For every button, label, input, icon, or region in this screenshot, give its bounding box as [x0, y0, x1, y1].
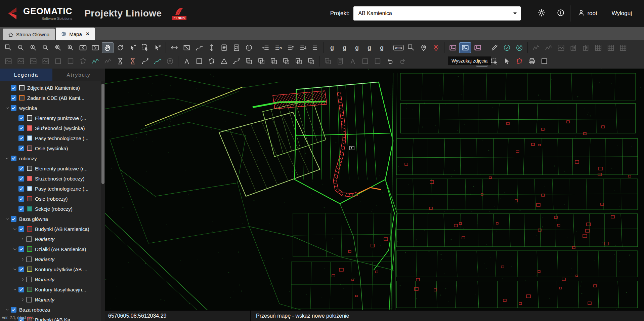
layer-checkbox[interactable] [26, 236, 32, 242]
photo-zoom-icon[interactable] [405, 42, 417, 53]
photo-point-icon[interactable] [40, 56, 51, 67]
chevron-down-icon[interactable] [11, 267, 18, 272]
cancel-icon[interactable] [513, 42, 525, 53]
legend-layer-row[interactable]: Zadania CDE (AB Kami... [0, 93, 105, 103]
chevron-down-icon[interactable] [11, 287, 18, 292]
chevron-down-icon[interactable] [3, 217, 11, 221]
pan-icon[interactable] [102, 42, 114, 53]
objects-list-icon[interactable] [309, 42, 321, 53]
zoom-extent-icon[interactable] [40, 42, 51, 53]
photo-add-icon[interactable] [447, 42, 459, 53]
raster-preview-icon[interactable] [555, 42, 567, 53]
map-report-icon[interactable] [230, 42, 242, 53]
layer-checkbox[interactable] [18, 226, 24, 232]
layer-checkbox[interactable] [11, 95, 16, 101]
layer-checkbox[interactable] [11, 307, 16, 313]
layer-checkbox[interactable] [18, 115, 24, 121]
layer-checkbox[interactable] [26, 297, 32, 303]
chevron-right-icon[interactable] [19, 257, 26, 262]
layer-checkbox[interactable] [18, 146, 24, 151]
polygon-intersect-icon[interactable] [255, 56, 267, 67]
cross-section-icon[interactable] [530, 42, 542, 53]
chevron-right-icon[interactable] [19, 297, 26, 302]
report-icon[interactable] [218, 42, 230, 53]
settings-button[interactable] [532, 9, 551, 18]
select-point-icon[interactable] [127, 42, 138, 53]
add-text-icon[interactable] [347, 56, 358, 67]
geoportal-2-icon[interactable]: g [339, 42, 350, 53]
photo-polygon-icon[interactable] [2, 56, 14, 67]
deselect-icon[interactable] [152, 42, 163, 53]
combine-objects-icon[interactable] [322, 56, 334, 67]
user-menu[interactable]: root [570, 9, 604, 18]
chevron-down-icon[interactable] [3, 106, 11, 110]
redo-icon[interactable] [396, 56, 408, 67]
close-icon[interactable]: × [86, 31, 89, 37]
legend-layer-row[interactable]: Pasy technologiczne (... [0, 184, 105, 194]
chevron-down-icon[interactable] [11, 227, 18, 231]
vertex-delete-icon[interactable] [164, 56, 176, 67]
legend-layer-row[interactable]: Służebności (roboczy) [0, 173, 105, 184]
map-canvas[interactable] [105, 69, 644, 321]
legend-layer-row[interactable]: Zdjęcia (AB Kamienica) [0, 83, 105, 93]
sections-list-icon[interactable] [260, 42, 271, 53]
legend-layer-row[interactable]: Budynki (AB Kamienica) [0, 224, 105, 234]
chevron-down-icon[interactable] [3, 156, 11, 161]
edit-pencil-icon[interactable] [488, 42, 500, 53]
legend-layer-row[interactable]: Pasy technologiczne (... [0, 133, 105, 143]
legend-variant-row[interactable]: Warianty [0, 294, 105, 305]
legend-variant-row[interactable]: Warianty [0, 274, 105, 284]
refresh-icon[interactable] [114, 42, 126, 53]
chevron-down-icon[interactable] [3, 308, 11, 312]
photo-delete-icon[interactable] [472, 42, 483, 53]
legend-layer-row[interactable]: Działki (AB Kamienica) [0, 244, 105, 254]
marker-red-icon[interactable] [430, 42, 442, 53]
legend-group-row[interactable]: wycinka [0, 103, 105, 113]
photo-rectangle-icon[interactable] [15, 56, 27, 67]
overlay-a-icon[interactable] [359, 56, 371, 67]
table-view-icon[interactable] [605, 42, 616, 53]
layer-checkbox[interactable] [11, 156, 16, 161]
map-background-icon[interactable] [538, 56, 550, 67]
tab-strona-glowna[interactable]: Strona Główna [3, 29, 55, 40]
layer-checkbox[interactable] [18, 135, 24, 141]
vertex-edit-icon[interactable] [139, 56, 151, 67]
triangulate-icon[interactable] [218, 56, 230, 67]
logout-button[interactable]: Wyloguj [605, 10, 639, 17]
accept-icon[interactable] [501, 42, 513, 53]
zoom-selection-icon[interactable] [65, 42, 76, 53]
polygon-union-icon[interactable] [243, 56, 255, 67]
layer-checkbox[interactable] [18, 267, 24, 272]
list-export-icon[interactable] [297, 42, 309, 53]
frame-horizontal-icon[interactable] [52, 56, 64, 67]
polyline-draw-icon[interactable] [89, 56, 101, 67]
layer-checkbox[interactable] [26, 277, 32, 282]
vertex-accept-icon[interactable] [152, 56, 163, 67]
wms-icon[interactable]: wms [393, 42, 404, 53]
legend-group-row[interactable]: Baza robocza [0, 305, 105, 315]
zoom-out-icon[interactable] [15, 42, 27, 53]
layer-checkbox[interactable] [11, 216, 16, 222]
layer-checkbox[interactable] [18, 125, 24, 131]
view-previous-icon[interactable] [77, 42, 89, 53]
photo-search-icon[interactable] [459, 42, 471, 53]
legend-variant-row[interactable]: Warianty [0, 234, 105, 244]
legend-layer-row[interactable]: Osie (roboczy) [0, 194, 105, 204]
about-button[interactable] [551, 9, 570, 18]
tab-legenda[interactable]: Legenda [0, 69, 52, 81]
chevron-right-icon[interactable] [19, 237, 26, 241]
chevron-right-icon[interactable] [19, 277, 26, 282]
geoportal-3-icon[interactable]: g [351, 42, 363, 53]
reshape-icon[interactable] [206, 56, 217, 67]
polygon-merge-icon[interactable] [280, 56, 292, 67]
view-next-icon[interactable] [89, 42, 101, 53]
legend-layer-row[interactable]: Sekcje (roboczy) [0, 204, 105, 214]
geoportal-1-icon[interactable]: g [326, 42, 338, 53]
polyline-continue-icon[interactable] [102, 56, 114, 67]
select-rectangle-icon[interactable] [139, 42, 151, 53]
grid-view-icon[interactable] [592, 42, 604, 53]
layer-checkbox[interactable] [18, 186, 24, 192]
zoom-window-icon[interactable] [2, 42, 14, 53]
legend-layer-row[interactable]: Służebności (wycinka) [0, 123, 105, 133]
wait-state-icon[interactable] [114, 56, 126, 67]
